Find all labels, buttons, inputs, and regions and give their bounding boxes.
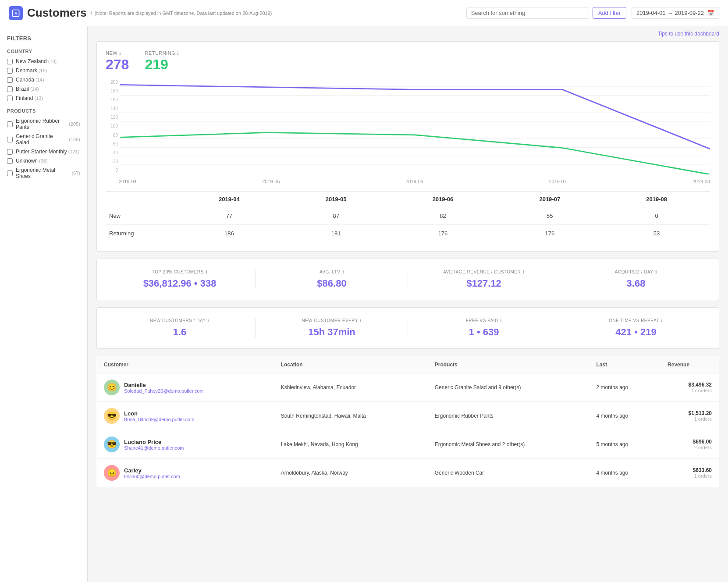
returning-value: 219 bbox=[145, 57, 179, 73]
calendar-icon[interactable]: 📅 bbox=[707, 10, 714, 16]
customer-last: 5 months ago bbox=[589, 430, 661, 459]
customer-cell: 😠 Carley Irwin60@demo.putler.com bbox=[97, 459, 274, 487]
country-checkbox[interactable] bbox=[7, 96, 13, 101]
search-bar[interactable] bbox=[466, 7, 589, 19]
table-row[interactable]: 😎 Luciano Price Shane41@demo.putler.com … bbox=[97, 430, 719, 459]
returning-row: Returning 186 181 176 176 53 bbox=[106, 225, 710, 242]
date-end: 2019-09-22 bbox=[675, 10, 704, 16]
tips-link[interactable]: Tips to use this dashboard bbox=[96, 31, 719, 37]
stat-block: FREE VS PAID ℹ1 • 639 bbox=[408, 318, 560, 338]
country-filter-item: Denmark(16) bbox=[7, 67, 80, 74]
product-name: Ergonomic Metal Shoes bbox=[16, 167, 70, 179]
customer-cell: 😎 Luciano Price Shane41@demo.putler.com bbox=[97, 430, 274, 459]
product-count: (156) bbox=[69, 137, 80, 142]
product-checkbox[interactable] bbox=[7, 158, 13, 164]
revenue-amount: $696.00 bbox=[668, 439, 712, 445]
product-checkbox[interactable] bbox=[7, 170, 13, 176]
country-filter-item: Canada(14) bbox=[7, 77, 80, 83]
new-metric: NEW ℹ 278 bbox=[106, 50, 129, 73]
stat-label: FREE VS PAID ℹ bbox=[408, 318, 560, 323]
stat-info-icon[interactable]: ℹ bbox=[360, 318, 362, 323]
stat-label: AVG. LTV ℹ bbox=[256, 270, 408, 274]
line-chart: 200180160140120 100806040200 bbox=[106, 78, 710, 174]
customer-name: Luciano Price bbox=[124, 439, 184, 445]
customer-email[interactable]: Shane41@demo.putler.com bbox=[124, 445, 184, 451]
stat-label: NEW CUSTOMER EVERY ℹ bbox=[256, 318, 408, 323]
new-row-label: New bbox=[106, 207, 176, 225]
customers-table-body: 😊 Danielle Soledad_Fahey20@demo.putler.c… bbox=[97, 373, 719, 487]
stat-label: AVERAGE REVENUE / CUSTOMER ℹ bbox=[408, 270, 560, 274]
ret-may: 181 bbox=[283, 225, 390, 242]
country-count: (14) bbox=[30, 86, 39, 92]
table-row[interactable]: 😊 Danielle Soledad_Fahey20@demo.putler.c… bbox=[97, 373, 719, 402]
stat-block: AVG. LTV ℹ$86.80 bbox=[256, 270, 408, 289]
returning-row-label: Returning bbox=[106, 225, 176, 242]
new-info-icon[interactable]: ℹ bbox=[119, 51, 121, 56]
stat-value: 421 • 219 bbox=[560, 326, 712, 338]
table-row[interactable]: 😎 Leon Brisa_Ullrich9@demo.putler.com So… bbox=[97, 402, 719, 430]
customer-revenue: $1,513.20 1 orders bbox=[661, 402, 719, 430]
customer-cell: 😎 Leon Brisa_Ullrich9@demo.putler.com bbox=[97, 402, 274, 430]
product-checkbox[interactable] bbox=[7, 149, 13, 155]
stat-info-icon[interactable]: ℹ bbox=[207, 318, 210, 323]
customer-email[interactable]: Soledad_Fahey20@demo.putler.com bbox=[124, 388, 204, 394]
revenue-orders: 1 orders bbox=[668, 473, 712, 479]
table-row[interactable]: 😠 Carley Irwin60@demo.putler.com Arnoldo… bbox=[97, 459, 719, 487]
stat-info-icon[interactable]: ℹ bbox=[655, 270, 657, 274]
stat-value: $127.12 bbox=[408, 278, 560, 289]
product-count: (67) bbox=[71, 170, 80, 176]
add-filter-button[interactable]: Add filter bbox=[593, 7, 626, 19]
customer-products: Generic Wooden Car bbox=[428, 459, 590, 487]
country-checkbox[interactable] bbox=[7, 77, 13, 83]
avatar: 😎 bbox=[104, 408, 120, 424]
stat-block: NEW CUSTOMERS / DAY ℹ1.6 bbox=[104, 318, 256, 338]
product-checkbox[interactable] bbox=[7, 137, 13, 142]
avatar: 😊 bbox=[104, 380, 120, 395]
stat-label: TOP 20% CUSTOMERS ℹ bbox=[104, 270, 256, 274]
product-filter-item: Generic Granite Salad(156) bbox=[7, 133, 80, 146]
returning-info-icon[interactable]: ℹ bbox=[177, 51, 179, 56]
country-filter-item: Brazil(14) bbox=[7, 86, 80, 92]
stat-info-icon[interactable]: ℹ bbox=[206, 270, 208, 274]
product-checkbox[interactable] bbox=[7, 121, 13, 127]
product-name: Unknown bbox=[16, 158, 38, 164]
stats-row-1: TOP 20% CUSTOMERS ℹ$36,812.96 • 338AVG. … bbox=[96, 259, 719, 300]
date-range-picker[interactable]: 2019-04-01 → 2019-09-22 📅 bbox=[632, 7, 719, 19]
country-count: (13) bbox=[34, 96, 43, 101]
col-header-may: 2019-05 bbox=[283, 192, 390, 207]
col-customer: Customer bbox=[97, 356, 274, 373]
customer-products: Generic Granite Salad and 9 other(s) bbox=[428, 373, 590, 402]
search-input[interactable] bbox=[471, 10, 584, 16]
stat-info-icon[interactable]: ℹ bbox=[522, 270, 525, 274]
customer-location: South Remingtonstad, Hawaii, Malta bbox=[274, 402, 428, 430]
country-name: New Zealand bbox=[16, 58, 47, 64]
customer-last: 4 months ago bbox=[589, 459, 661, 487]
stat-value: $86.80 bbox=[256, 278, 408, 289]
chart-data-table: 2019-04 2019-05 2019-06 2019-07 2019-08 … bbox=[106, 191, 710, 242]
header: A Customers ℹ (Note: Reports are display… bbox=[0, 0, 728, 26]
country-count: (16) bbox=[39, 68, 47, 73]
stat-info-icon[interactable]: ℹ bbox=[661, 318, 663, 323]
stat-label: ONE TIME VS REPEAT ℹ bbox=[560, 318, 712, 323]
country-checkbox[interactable] bbox=[7, 68, 13, 74]
customer-location: Kshlerinview, Alabama, Ecuador bbox=[274, 373, 428, 402]
stat-info-icon[interactable]: ℹ bbox=[342, 270, 344, 274]
stat-info-icon[interactable]: ℹ bbox=[500, 318, 502, 323]
stat-value: $36,812.96 • 338 bbox=[104, 278, 256, 289]
country-checkbox[interactable] bbox=[7, 59, 13, 64]
returning-metric: RETURNING ℹ 219 bbox=[145, 50, 179, 73]
avatar: 😠 bbox=[104, 465, 120, 481]
customer-revenue: $696.00 2 orders bbox=[661, 430, 719, 459]
stat-value: 1 • 639 bbox=[408, 326, 560, 338]
chart-card: NEW ℹ 278 RETURNING ℹ 219 20018016014012… bbox=[96, 41, 719, 252]
title-info-icon[interactable]: ℹ bbox=[90, 11, 92, 15]
col-products: Products bbox=[428, 356, 590, 373]
customer-email[interactable]: Irwin60@demo.putler.com bbox=[124, 474, 180, 479]
revenue-amount: $1,513.20 bbox=[668, 410, 712, 416]
customer-email[interactable]: Brisa_Ullrich9@demo.putler.com bbox=[124, 417, 194, 422]
col-header-jun: 2019-06 bbox=[390, 192, 497, 207]
country-section-title: COUNTRY bbox=[7, 49, 80, 54]
country-checkbox[interactable] bbox=[7, 86, 13, 92]
stat-value: 15h 37min bbox=[256, 326, 408, 338]
customer-last: 2 months ago bbox=[589, 373, 661, 402]
